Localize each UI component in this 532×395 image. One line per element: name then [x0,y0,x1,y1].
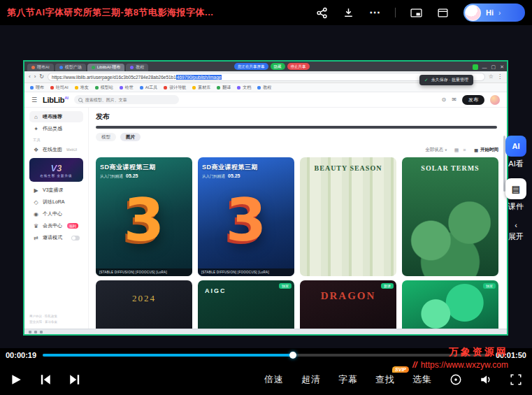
close-icon[interactable]: ✕ [500,64,504,70]
user-account-pill[interactable]: Hi › [463,3,525,22]
post-card-aigc[interactable]: AIGC 独家 [198,280,294,329]
play-icon: ▶ [33,187,39,194]
reload-icon[interactable]: ↻ [39,74,44,80]
toast-text: 永久保存 · 批量管理 [431,77,468,83]
sidebar-item-profile[interactable]: ◉个人中心 [29,208,83,220]
play-button[interactable] [10,373,22,386]
bookmark-favicon [120,86,123,89]
bookmark-item[interactable]: 吐司AI [50,85,69,91]
card-subtitle: 从入门到精通 [202,174,225,179]
quality-button[interactable]: 超清 [301,373,321,386]
chevron-right-icon: › [498,9,501,17]
maximize-icon[interactable]: ▢ [491,64,496,70]
exclusive-badge: 独家 [483,283,496,289]
bookmark-star-icon[interactable]: ☆ [489,74,494,80]
video-stage[interactable]: 哩布AI 模型广场 LiblibAI·哩布 教程 您正在共享屏幕 隐藏 停止共享… [0,25,532,348]
sidebar-item-train-lora[interactable]: ◇训练LoRA [29,196,83,208]
post-card-solar-terms[interactable]: SOLAR TERMS [402,157,498,276]
find-button[interactable]: 查找SVIP [375,373,395,386]
site-search[interactable] [74,95,179,104]
sidebar-item-inspiration[interactable]: ✦作品灵感 [29,123,83,134]
seek-handle[interactable] [289,352,296,359]
view-toggle-icons[interactable]: ▦ ≡ [454,148,468,153]
post-card-sd-course-1[interactable]: SD商业课程第三期 从入门到精通05.25 3 [STABLE DIFFUSIO… [96,157,192,276]
back-icon[interactable]: ‹ [29,74,31,80]
bookmark-item[interactable]: 哩布 [30,85,44,91]
playback-speed-button[interactable]: 倍速 [264,373,284,386]
message-icon[interactable]: ✉ [452,96,456,103]
bookmark-favicon [164,86,167,89]
total-time: 00:01:50 [496,351,526,359]
bookmark-item[interactable]: 绘世 [120,85,134,91]
bookmark-item[interactable]: 设计导航 [164,85,186,91]
bookmark-item[interactable]: 翻译 [217,85,231,91]
bookmark-item[interactable]: 文档 [237,85,251,91]
sidebar-item-home[interactable]: ⌂哩布推荐 [29,111,83,122]
chip-images[interactable]: 图片 [120,133,141,141]
invite-mode-toggle[interactable] [71,236,80,240]
browser-tab[interactable]: 模型广场 [55,64,86,71]
card-title: SD商业课程第三期 [202,163,290,172]
chip-models[interactable]: 模型 [96,133,116,141]
seek-bar[interactable] [43,354,489,357]
generate-icon: ❖ [33,147,39,153]
subtitle-button[interactable]: 字幕 [338,373,358,386]
audio-only-icon[interactable] [450,373,462,386]
ai-view-tool[interactable]: AI AI看 [505,136,526,169]
greeting-text: Hi [486,8,494,17]
bookmark-item[interactable]: AI工具 [140,85,158,91]
bookmark-item[interactable]: 教程 [257,85,271,91]
more-options-icon[interactable]: ⋯ [369,7,380,18]
fullscreen-icon[interactable] [510,373,522,386]
footer-links[interactable]: 用户协议 · 隐私政策 [29,314,83,320]
site-user-avatar[interactable] [490,95,500,105]
publish-button[interactable]: 发布 [462,95,484,105]
volume-icon[interactable] [480,373,492,386]
browser-tab-active[interactable]: LiblibAI·哩布 [87,64,125,71]
download-icon[interactable] [343,7,354,19]
bookmark-item[interactable]: 堆友 [75,85,89,91]
forward-icon[interactable]: › [34,74,36,80]
post-card-beauty-season[interactable]: BEAUTY SEASON [300,157,396,276]
bookmark-item[interactable]: 模型站 [95,85,113,91]
card-date: 05.25 [126,173,138,178]
courseware-icon: ▤ [505,178,526,199]
site-logo[interactable]: LibLibAI [43,96,69,104]
post-card-sd-course-2[interactable]: SD商业课程第三期 从入门到精通05.25 3 [STABLE DIFFUSIO… [198,157,294,276]
courseware-tool[interactable]: ▤ 课件 [505,178,526,212]
webui-label: WebUI [66,148,77,152]
notification-bell-icon[interactable]: ⊙ [442,96,447,103]
hide-share-button[interactable]: 隐藏 [271,63,285,70]
sidebar-item-invite-mode[interactable]: ⇄邀请模式 [29,232,83,243]
bookmark-item[interactable]: 素材库 [192,85,210,91]
browser-tab[interactable]: 教程 [126,64,148,71]
bookmark-favicon [192,86,196,89]
browser-menu-icon[interactable]: ⋮ [497,74,503,80]
status-filter[interactable]: 全部状态 ∨ [425,147,447,153]
post-card-2024[interactable]: 2024 [96,280,192,329]
footer-legal[interactable]: 营业执照 · 算法备案 [29,319,83,326]
picture-in-picture-icon[interactable] [410,7,422,19]
extension-icon[interactable] [473,64,478,70]
horizontal-scrollbar[interactable] [96,126,497,129]
mini-window-icon[interactable] [437,7,449,19]
previous-episode-button[interactable] [39,373,52,386]
player-side-tools: AI AI看 ▤ 课件 ‹ 展开 [502,136,530,242]
browser-tab[interactable]: 哩布AI [27,64,54,71]
menu-icon[interactable]: ☰ [31,96,37,103]
episodes-button[interactable]: 选集 [412,373,432,386]
sort-by-start-time[interactable]: ▦开始时间 [474,147,498,153]
post-card-dragon[interactable]: DRAGON 新课 [300,280,396,329]
minimize-icon[interactable]: — [482,65,487,70]
search-input[interactable] [85,98,175,102]
stop-share-button[interactable]: 停止共享 [287,63,310,70]
sidebar-item-generate[interactable]: ❖在线生图WebUI [29,144,83,155]
ai-view-label: AI看 [508,159,523,169]
share-icon[interactable] [316,7,328,19]
next-episode-button[interactable] [69,373,81,386]
post-card-green-3d[interactable]: 独家 [402,280,498,329]
sidebar-item-membership[interactable]: ♛会员中心福利 [29,220,83,231]
v3-promo-banner[interactable]: V3在线生图 全新升级 [29,158,83,182]
expand-tool[interactable]: ‹ 展开 [508,221,524,242]
sidebar-item-live-course[interactable]: ▶V3直播课 [29,185,83,196]
